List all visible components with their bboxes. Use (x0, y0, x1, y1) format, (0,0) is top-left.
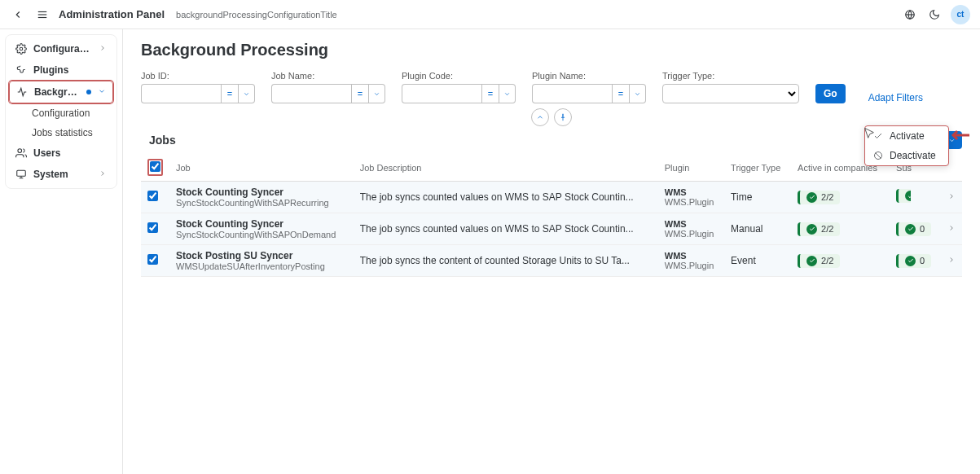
job-name: Stock Counting Syncer (176, 187, 347, 198)
dark-mode-icon[interactable] (926, 7, 943, 23)
sidebar-item-label: Plugins (33, 64, 107, 76)
trigger-type: Event (724, 245, 791, 277)
admin-panel-title: Administration Panel (59, 8, 165, 20)
go-button[interactable]: Go (815, 84, 846, 103)
gear-icon (15, 43, 27, 55)
trigger-type-select[interactable] (662, 84, 799, 103)
sidebar-sub-job-statistics[interactable]: Jobs statistics (9, 123, 113, 143)
sidebar-item-plugins[interactable]: Plugins (9, 59, 113, 81)
col-trigger: Trigger Type (724, 154, 791, 182)
svg-line-12 (876, 153, 881, 159)
globe-icon[interactable] (902, 7, 918, 23)
op-dropdown[interactable] (239, 84, 255, 103)
col-desc: Job Description (354, 154, 658, 182)
sidebar-item-configuration[interactable]: Configuration (9, 38, 113, 59)
sidebar-item-background-processing[interactable]: Background Process... (9, 81, 113, 103)
sidebar-item-label: Configuration (33, 43, 92, 55)
plugin-name: WMS (665, 219, 718, 229)
table-row[interactable]: Stock Posting SU SyncerWMSUpdateSUAfterI… (141, 245, 962, 277)
collapse-button[interactable] (531, 108, 549, 126)
row-checkbox[interactable] (147, 222, 158, 233)
chevron-right-icon (99, 43, 107, 55)
sidebar-sub-configuration[interactable]: Configuration (9, 103, 113, 123)
job-id-input[interactable] (141, 84, 221, 103)
status-badge: 0 (896, 222, 931, 236)
svg-point-6 (18, 149, 22, 153)
col-plugin: Plugin (658, 154, 724, 182)
op-equals[interactable]: = (481, 84, 499, 103)
check-icon (806, 224, 817, 235)
op-dropdown[interactable] (499, 84, 516, 103)
cursor-icon (863, 127, 876, 143)
page-title: Background Processing (141, 41, 962, 59)
plugin-code-input[interactable] (402, 84, 481, 103)
svg-rect-7 (17, 170, 26, 176)
status-badge: 2/2 (798, 191, 840, 204)
chevron-down-icon (98, 86, 106, 98)
table-row[interactable]: Stock Counting SyncerSyncStockCountingWi… (141, 213, 962, 245)
check-icon (806, 192, 817, 203)
avatar[interactable]: ct (951, 5, 970, 24)
job-code: SyncStockCountingWithSAPRecurring (176, 198, 347, 208)
sidebar-item-label: Background Process... (34, 86, 78, 98)
jobs-table: Job Job Description Plugin Trigger Type … (141, 154, 962, 277)
activate-label: Activate (890, 130, 925, 142)
status-badge: 0 (896, 254, 931, 268)
check-icon (905, 256, 916, 266)
deactivate-label: Deactivate (890, 150, 936, 161)
status-badge: 2/2 (798, 222, 840, 236)
deactivate-menu-item[interactable]: Deactivate (865, 146, 948, 165)
pin-button[interactable] (554, 108, 572, 126)
deactivate-icon (873, 151, 883, 160)
topbar: Administration Panel backgroundProcessin… (0, 0, 980, 29)
sidebar-item-system[interactable]: System (9, 164, 113, 185)
annotation-arrow (949, 129, 970, 144)
filter-label-trigger-type: Trigger Type: (662, 71, 799, 81)
breadcrumb: backgroundProcessingConfigurationTitle (176, 10, 337, 20)
row-expand[interactable] (941, 182, 962, 213)
table-row[interactable]: Stock Counting SyncerSyncStockCountingWi… (141, 182, 962, 213)
activate-menu-item[interactable]: Activate (865, 126, 948, 146)
job-code: WMSUpdateSUAfterInventoryPosting (176, 261, 347, 271)
filter-bar: Job ID: = Job Name: = Plugin Code: (141, 71, 962, 103)
job-name: Stock Counting Syncer (176, 218, 347, 230)
row-checkbox[interactable] (147, 191, 158, 201)
plugin-name-input[interactable] (532, 84, 612, 103)
filter-label-job-id: Job ID: (141, 71, 255, 81)
filter-label-plugin-code: Plugin Code: (402, 71, 516, 81)
filter-label-plugin-name: Plugin Name: (532, 71, 646, 81)
svg-point-5 (20, 47, 23, 50)
trigger-type: Time (724, 182, 791, 213)
op-equals[interactable]: = (351, 84, 369, 103)
job-name-input[interactable] (271, 84, 351, 103)
op-equals[interactable]: = (221, 84, 239, 103)
users-icon (15, 147, 27, 159)
trigger-type: Manual (724, 213, 791, 245)
plugin-name: WMS (665, 187, 718, 197)
action-popover: Activate Deactivate (864, 125, 949, 166)
job-code: SyncStockCountingWithSAPOnDemand (176, 230, 347, 239)
op-dropdown[interactable] (369, 84, 385, 103)
plugin-code: WMS.Plugin (665, 197, 718, 207)
select-all-checkbox[interactable] (150, 161, 160, 172)
sidebar-item-label: System (33, 169, 92, 180)
row-checkbox[interactable] (147, 254, 158, 265)
puzzle-icon (15, 64, 27, 76)
job-name: Stock Posting SU Syncer (176, 250, 347, 261)
menu-button[interactable] (34, 7, 51, 23)
check-icon (806, 256, 817, 266)
back-button[interactable] (10, 7, 26, 23)
plugin-code: WMS.Plugin (665, 261, 718, 270)
job-description: The job syncs the content of counted Sto… (354, 245, 658, 277)
op-dropdown[interactable] (630, 84, 646, 103)
jobs-section-title: Jobs (149, 134, 176, 147)
sidebar-item-users[interactable]: Users (9, 143, 113, 164)
job-description: The job syncs counted values on WMS to S… (354, 182, 658, 213)
adapt-filters-link[interactable]: Adapt Filters (868, 92, 923, 103)
indicator-dot (86, 90, 91, 94)
row-expand[interactable] (941, 213, 962, 245)
op-equals[interactable]: = (612, 84, 630, 103)
row-expand[interactable] (941, 245, 962, 277)
sidebar: Configuration Plugins Background Process… (0, 29, 123, 474)
plugin-name: WMS (665, 251, 718, 261)
